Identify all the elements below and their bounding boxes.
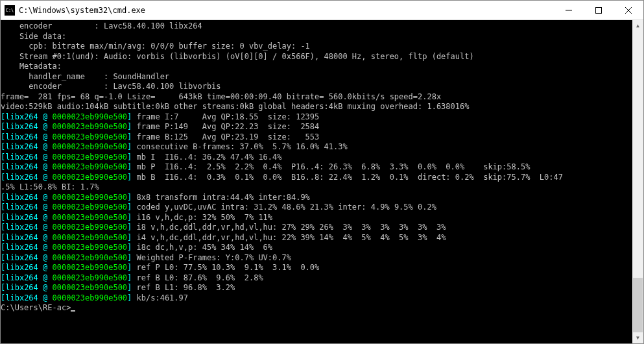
output-line: [libx264 @ 0000023eb990e500] mb B I16..4…	[1, 173, 631, 183]
output-line: [libx264 @ 0000023eb990e500] Weighted P-…	[1, 253, 631, 264]
output-line: cpb: bitrate max/min/avg: 0/0/0 buffer s…	[1, 42, 631, 52]
output-line: Side data:	[1, 32, 631, 42]
output-line: [libx264 @ 0000023eb990e500] frame P:149…	[1, 122, 631, 132]
output-line: [libx264 @ 0000023eb990e500] i16 v,h,dc,…	[1, 213, 631, 223]
output-line: [libx264 @ 0000023eb990e500] frame I:7 A…	[1, 112, 631, 123]
terminal-output[interactable]: encoder : Lavc58.40.100 libx264 Side dat…	[1, 20, 632, 343]
scroll-thumb[interactable]	[633, 278, 643, 332]
output-line: frame= 281 fps= 68 q=-1.0 Lsize= 643kB t…	[1, 92, 631, 103]
output-line: encoder : Lavc58.40.100 libx264	[1, 21, 631, 32]
output-line: [libx264 @ 0000023eb990e500] ref P L0: 7…	[1, 263, 631, 273]
window-controls	[554, 1, 643, 19]
output-line: [libx264 @ 0000023eb990e500] kb/s:461.97	[1, 293, 631, 304]
output-line: Stream #0:1(und): Audio: vorbis (libvorb…	[1, 52, 631, 62]
output-line: [libx264 @ 0000023eb990e500] i4 v,h,dc,d…	[1, 233, 631, 243]
output-line: encoder : Lavc58.40.100 libvorbis	[1, 82, 631, 92]
titlebar[interactable]: C:\Windows\system32\cmd.exe	[1, 1, 643, 20]
cursor	[71, 310, 75, 312]
content-area: encoder : Lavc58.40.100 libx264 Side dat…	[1, 20, 643, 343]
output-line: [libx264 @ 0000023eb990e500] ref B L1: 9…	[1, 283, 631, 293]
prompt-line[interactable]: C:\Users\RE-ac>	[1, 303, 631, 313]
close-button[interactable]	[614, 1, 643, 19]
cmd-window: C:\Windows\system32\cmd.exe encoder : La…	[0, 0, 644, 344]
minimize-button[interactable]	[554, 1, 584, 19]
minimize-icon	[566, 7, 572, 14]
close-icon	[625, 7, 632, 14]
svg-rect-1	[596, 7, 602, 13]
output-line: video:529kB audio:104kB subtitle:0kB oth…	[1, 102, 631, 112]
output-line: [libx264 @ 0000023eb990e500] i8c dc,h,v,…	[1, 243, 631, 253]
output-line: [libx264 @ 0000023eb990e500] coded y,uvD…	[1, 203, 631, 213]
scrollbar[interactable]: ▲ ▼	[632, 20, 643, 343]
output-line: handler_name : SoundHandler	[1, 72, 631, 82]
output-line: .5% L1:50.8% BI: 1.7%	[1, 182, 631, 193]
output-line: [libx264 @ 0000023eb990e500] 8x8 transfo…	[1, 193, 631, 203]
maximize-icon	[595, 7, 602, 14]
scroll-down-button[interactable]: ▼	[632, 332, 643, 343]
output-line: Metadata:	[1, 62, 631, 72]
output-line: [libx264 @ 0000023eb990e500] consecutive…	[1, 142, 631, 153]
scroll-track[interactable]	[632, 31, 643, 332]
output-line: [libx264 @ 0000023eb990e500] i8 v,h,dc,d…	[1, 223, 631, 233]
output-line: [libx264 @ 0000023eb990e500] mb I I16..4…	[1, 153, 631, 163]
cmd-icon	[5, 5, 15, 16]
maximize-button[interactable]	[584, 1, 614, 19]
output-line: [libx264 @ 0000023eb990e500] ref B L0: 8…	[1, 273, 631, 284]
window-title: C:\Windows\system32\cmd.exe	[19, 6, 554, 15]
scroll-up-button[interactable]: ▲	[632, 20, 643, 31]
output-line: [libx264 @ 0000023eb990e500] frame B:125…	[1, 132, 631, 143]
output-line: [libx264 @ 0000023eb990e500] mb P I16..4…	[1, 162, 631, 173]
